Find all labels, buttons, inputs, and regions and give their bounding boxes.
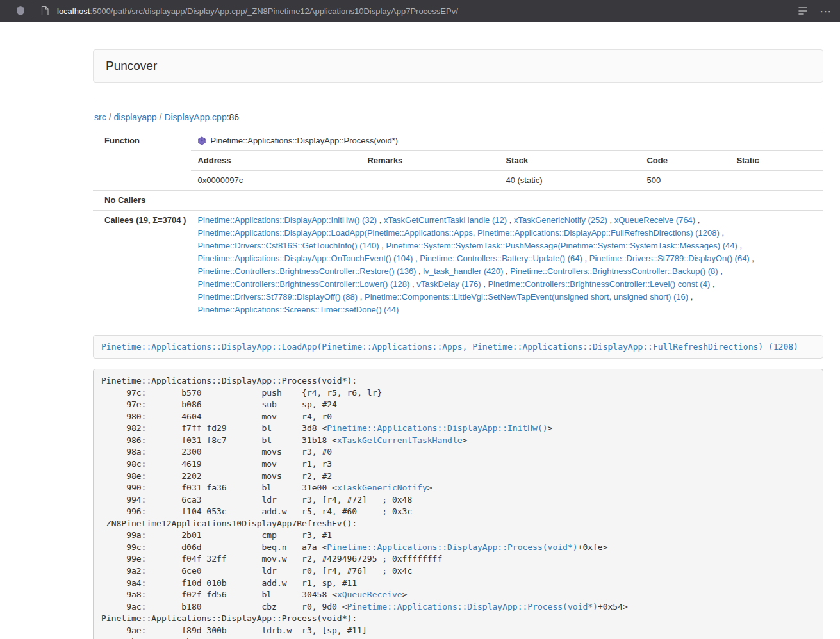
- callee-link[interactable]: xQueueReceive (764): [614, 215, 695, 225]
- reader-mode-icon[interactable]: [796, 5, 809, 17]
- code-block: Pinetime::Applications::DisplayApp::Proc…: [93, 369, 823, 639]
- column-header-address: Address: [191, 151, 361, 171]
- url-host: localhost: [57, 6, 90, 16]
- function-name-row: Pinetime::Applications::DisplayApp::Proc…: [191, 131, 823, 151]
- column-header-stack: Stack: [499, 151, 640, 171]
- callee-link[interactable]: Pinetime::Applications::Screens::Timer::…: [197, 305, 399, 314]
- function-row: Function Pinetime::Applications::Display…: [93, 131, 823, 191]
- url-bar[interactable]: localhost:5000/path/src/displayapp/Displ…: [57, 6, 796, 16]
- toolbar-divider: [33, 4, 33, 17]
- page-info-icon[interactable]: [39, 4, 51, 17]
- static-value: [730, 171, 823, 191]
- address-value: 0x0000097c: [191, 171, 361, 191]
- column-header-remarks: Remarks: [361, 151, 499, 171]
- callee-link[interactable]: Pinetime::Components::LittleVgl::SetNewT…: [365, 292, 688, 302]
- callee-link[interactable]: Pinetime::Applications::DisplayApp::Load…: [197, 228, 719, 238]
- stats-value-row: 0x0000097c 40 (static) 500: [191, 171, 823, 191]
- selected-callee-link[interactable]: Pinetime::Applications::DisplayApp::Load…: [101, 342, 798, 352]
- divider: [93, 102, 823, 102]
- code-size-value: 500: [640, 171, 730, 191]
- callee-link[interactable]: Pinetime::Controllers::BrightnessControl…: [510, 266, 718, 276]
- callee-link[interactable]: Pinetime::Controllers::BrightnessControl…: [197, 266, 416, 276]
- page-title-panel: Puncover: [93, 49, 823, 83]
- remarks-value: [361, 171, 499, 191]
- function-detail-cell: Pinetime::Applications::DisplayApp::Proc…: [191, 131, 823, 191]
- breadcrumb-separator: /: [157, 112, 165, 122]
- breadcrumb-link-displayapp[interactable]: displayapp: [114, 112, 157, 122]
- breadcrumb-link-src[interactable]: src: [94, 112, 106, 122]
- code-symbol-link[interactable]: Pinetime::Applications::DisplayApp::Init…: [327, 423, 547, 433]
- code-symbol-link[interactable]: Pinetime::Applications::DisplayApp::Proc…: [347, 602, 598, 611]
- url-path: :5000/path/src/displayapp/DisplayApp.cpp…: [90, 6, 458, 16]
- code-symbol-link[interactable]: xTaskGenericNotify: [337, 483, 427, 492]
- stats-header-row: Address Remarks Stack Code Static: [191, 151, 823, 171]
- page-title: Puncover: [106, 59, 157, 72]
- callee-link[interactable]: vTaskDelay (176): [416, 279, 481, 289]
- function-type-icon: [197, 136, 206, 145]
- code-symbol-link[interactable]: xTaskGetCurrentTaskHandle: [337, 435, 463, 445]
- main-content: Puncover src/displayapp/DisplayApp.cpp:8…: [93, 49, 823, 639]
- function-name: Pinetime::Applications::DisplayApp::Proc…: [210, 134, 398, 147]
- callee-link[interactable]: Pinetime::Applications::DisplayApp::Init…: [197, 215, 377, 225]
- no-callers-cell: [191, 191, 823, 211]
- breadcrumb-link-file[interactable]: DisplayApp.cpp: [164, 112, 226, 122]
- breadcrumb: src/displayapp/DisplayApp.cpp:86: [94, 112, 823, 122]
- breadcrumb-separator: /: [106, 112, 114, 122]
- stack-value: 40 (static): [499, 171, 640, 191]
- function-row-label: Function: [93, 131, 191, 191]
- code-symbol-link[interactable]: xQueueReceive: [337, 590, 402, 599]
- callee-link[interactable]: Pinetime::Drivers::Cst816S::GetTouchInfo…: [197, 241, 379, 250]
- tracking-protection-shield-icon[interactable]: [14, 4, 27, 17]
- callee-link[interactable]: Pinetime::Applications::DisplayApp::OnTo…: [197, 254, 413, 263]
- callee-link[interactable]: Pinetime::Drivers::St7789::DisplayOff() …: [197, 292, 358, 302]
- breadcrumb-line-number: :86: [227, 112, 239, 122]
- callee-link[interactable]: xTaskGetCurrentTaskHandle (12): [384, 215, 507, 225]
- column-header-code: Code: [640, 151, 730, 171]
- callee-link[interactable]: Pinetime::Controllers::BrightnessControl…: [488, 279, 710, 289]
- code-symbol-link[interactable]: Pinetime::Applications::DisplayApp::Proc…: [327, 542, 577, 552]
- callees-cell: Pinetime::Applications::DisplayApp::Init…: [191, 211, 823, 320]
- callee-link[interactable]: Pinetime::Controllers::BrightnessControl…: [197, 279, 409, 289]
- callees-row: Callees (19, Σ=3704 ) Pinetime::Applicat…: [93, 211, 823, 320]
- callees-label: Callees (19, Σ=3704 ): [93, 211, 191, 320]
- callee-link[interactable]: Pinetime::Controllers::Battery::Update()…: [420, 254, 582, 263]
- callee-link[interactable]: lv_task_handler (420): [423, 266, 503, 276]
- browser-toolbar: localhost:5000/path/src/displayapp/Displ…: [0, 0, 840, 22]
- column-header-static: Static: [730, 151, 823, 171]
- selected-callee-panel: Pinetime::Applications::DisplayApp::Load…: [93, 335, 823, 359]
- callee-link[interactable]: Pinetime::Drivers::St7789::DisplayOn() (…: [589, 254, 750, 263]
- function-stats-table: Address Remarks Stack Code Static 0x0000…: [191, 151, 823, 190]
- callee-link[interactable]: Pinetime::System::SystemTask::PushMessag…: [386, 241, 737, 250]
- no-callers-row: No Callers: [93, 191, 823, 211]
- page-actions-menu-icon[interactable]: ⋯: [819, 5, 832, 17]
- no-callers-label: No Callers: [93, 191, 191, 211]
- callee-link[interactable]: xTaskGenericNotify (252): [514, 215, 607, 225]
- function-table: Function Pinetime::Applications::Display…: [93, 131, 823, 320]
